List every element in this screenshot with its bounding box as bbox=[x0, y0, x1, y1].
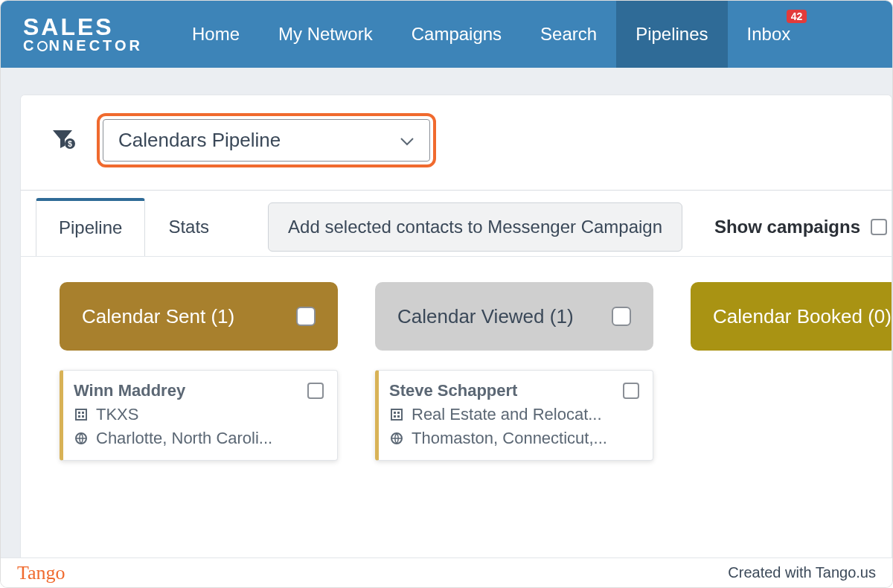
footer-credit: Created with Tango.us bbox=[728, 564, 876, 581]
tabbar: Pipeline Stats Add selected contacts to … bbox=[36, 198, 892, 256]
logo-o-icon bbox=[37, 41, 48, 51]
nav-search[interactable]: Search bbox=[521, 1, 616, 68]
contact-card[interactable]: Steve Schappert Real Estate and Relocat.… bbox=[375, 370, 653, 461]
globe-icon bbox=[389, 432, 404, 445]
tab-stats[interactable]: Stats bbox=[145, 199, 232, 255]
show-campaigns-label: Show campaigns bbox=[714, 217, 860, 237]
column-header-sent: Calendar Sent (1) bbox=[60, 282, 338, 351]
column-header-booked: Calendar Booked (0) bbox=[691, 282, 892, 351]
card-checkbox[interactable] bbox=[307, 383, 324, 399]
svg-rect-8 bbox=[391, 409, 402, 420]
nav-home[interactable]: Home bbox=[173, 1, 259, 68]
column-calendar-booked: Calendar Booked (0) bbox=[691, 282, 892, 557]
svg-rect-3 bbox=[78, 412, 80, 414]
svg-rect-5 bbox=[78, 415, 80, 418]
svg-text:$: $ bbox=[68, 140, 72, 148]
nav-my-network[interactable]: My Network bbox=[259, 1, 392, 68]
svg-rect-9 bbox=[394, 412, 396, 414]
tab-pipeline[interactable]: Pipeline bbox=[36, 198, 145, 256]
column-calendar-sent: Calendar Sent (1) Winn Maddrey TKXS Char… bbox=[60, 282, 338, 557]
pipeline-select-value: Calendars Pipeline bbox=[118, 129, 281, 152]
card-checkbox[interactable] bbox=[623, 383, 639, 399]
logo-line2: CNNECTOR bbox=[23, 39, 143, 53]
nav-campaigns[interactable]: Campaigns bbox=[392, 1, 521, 68]
svg-rect-11 bbox=[394, 415, 396, 418]
app-header: SALES CNNECTOR Home My Network Campaigns… bbox=[1, 1, 892, 68]
logo: SALES CNNECTOR bbox=[23, 16, 143, 52]
column-calendar-viewed: Calendar Viewed (1) Steve Schappert Real… bbox=[375, 282, 653, 557]
filter-icon[interactable]: $ bbox=[52, 129, 76, 153]
contact-card[interactable]: Winn Maddrey TKXS Charlotte, North Carol… bbox=[60, 370, 338, 461]
inbox-badge: 42 bbox=[787, 10, 807, 23]
pipeline-select[interactable]: Calendars Pipeline bbox=[103, 119, 430, 162]
show-campaigns-checkbox[interactable] bbox=[871, 219, 887, 235]
logo-line1: SALES bbox=[23, 16, 143, 38]
card-location: Thomaston, Connecticut,... bbox=[412, 429, 607, 448]
column-checkbox[interactable] bbox=[612, 307, 631, 326]
card-company: Real Estate and Relocat... bbox=[412, 405, 602, 424]
svg-rect-12 bbox=[397, 415, 400, 418]
body-area: $ Calendars Pipeline Pipeline Stats Add … bbox=[1, 68, 892, 557]
globe-icon bbox=[74, 432, 89, 445]
nav-inbox[interactable]: Inbox 42 bbox=[728, 1, 810, 68]
show-campaigns-toggle[interactable]: Show campaigns bbox=[714, 217, 887, 237]
pipeline-select-highlight: Calendars Pipeline bbox=[97, 113, 436, 167]
company-icon bbox=[74, 408, 89, 421]
chevron-down-icon bbox=[400, 129, 415, 152]
svg-rect-4 bbox=[82, 412, 84, 414]
card-location: Charlotte, North Caroli... bbox=[96, 429, 272, 448]
company-icon bbox=[389, 408, 404, 421]
main-nav: Home My Network Campaigns Search Pipelin… bbox=[173, 1, 810, 68]
kanban-board: Calendar Sent (1) Winn Maddrey TKXS Char… bbox=[20, 257, 892, 557]
svg-rect-6 bbox=[82, 415, 84, 418]
column-title: Calendar Viewed (1) bbox=[397, 305, 574, 328]
filter-panel: $ Calendars Pipeline bbox=[20, 95, 892, 190]
card-name: Winn Maddrey bbox=[74, 381, 185, 400]
footer: Tango Created with Tango.us bbox=[1, 557, 892, 587]
column-header-viewed: Calendar Viewed (1) bbox=[375, 282, 653, 351]
column-title: Calendar Sent (1) bbox=[82, 305, 234, 328]
tango-logo: Tango bbox=[17, 562, 65, 584]
card-name: Steve Schappert bbox=[389, 381, 517, 400]
column-checkbox[interactable] bbox=[296, 307, 316, 326]
svg-rect-2 bbox=[76, 409, 86, 420]
tab-panel: Pipeline Stats Add selected contacts to … bbox=[20, 190, 892, 257]
svg-rect-10 bbox=[397, 412, 400, 414]
card-company: TKXS bbox=[96, 405, 138, 424]
nav-pipelines[interactable]: Pipelines bbox=[616, 1, 727, 68]
add-to-messenger-button[interactable]: Add selected contacts to Messenger Campa… bbox=[268, 202, 682, 252]
column-title: Calendar Booked (0) bbox=[713, 305, 892, 328]
